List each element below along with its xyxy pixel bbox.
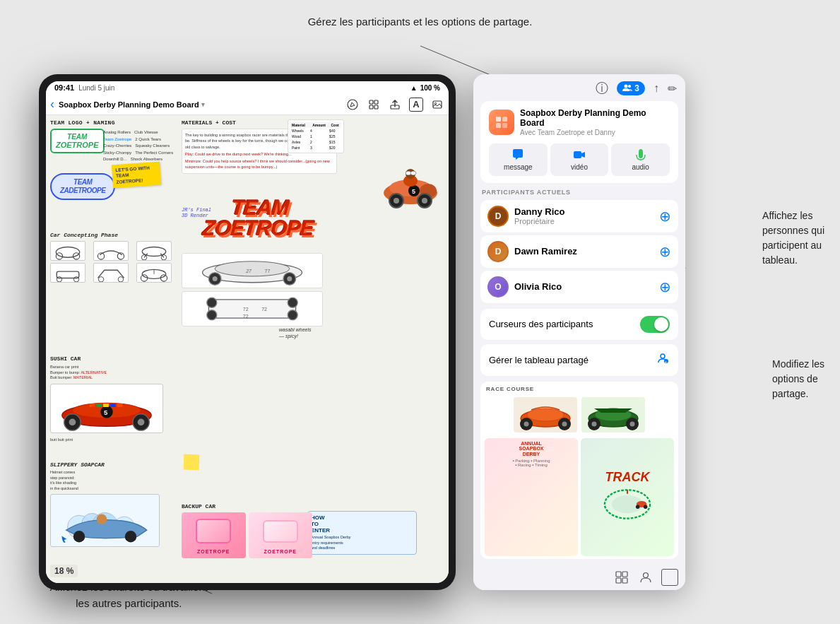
participants-section-label: PARTICIPANTS ACTUELS xyxy=(473,189,685,199)
danny-role: Propriétaire xyxy=(514,217,653,225)
dawn-avatar: D xyxy=(487,241,509,262)
yellow-sticky-canvas xyxy=(184,454,200,471)
team-names-list: Analog Rollers Club Vitesse Team Zoetrop… xyxy=(103,129,177,163)
grid-button[interactable] xyxy=(367,98,381,112)
app-toolbar: ‹ Soapbox Derby Planning Demo Board ▾ xyxy=(46,94,449,115)
dawn-name: Dawn Ramirez xyxy=(514,246,653,257)
panel-square-icon[interactable] xyxy=(661,569,678,586)
svg-rect-83 xyxy=(502,123,507,128)
svg-rect-7 xyxy=(369,105,373,109)
olivia-action-button[interactable]: ⊕ xyxy=(659,280,671,294)
message-button[interactable]: message xyxy=(489,143,548,176)
team-logo-title: TEAM LOGO + NAMING xyxy=(50,119,177,126)
chevron-left-icon: ‹ xyxy=(50,97,54,112)
svg-point-11 xyxy=(434,102,436,104)
svg-rect-84 xyxy=(574,151,581,158)
edit-button-panel[interactable]: ✏ xyxy=(668,82,677,95)
car-concepting-section: Car Concepting Phase xyxy=(50,232,177,283)
panel-top-bar: ⓘ 3 ↑ ✏ xyxy=(473,74,685,100)
annotation-top: Gérez les participants et les options de… xyxy=(308,14,533,30)
olivia-name: Olivia Rico xyxy=(514,281,653,292)
svg-text:5: 5 xyxy=(104,408,108,416)
svg-point-100 xyxy=(630,421,635,426)
olivia-info: Olivia Rico xyxy=(514,281,653,292)
svg-point-4 xyxy=(348,100,357,110)
pencil-button[interactable] xyxy=(345,98,360,112)
share-button-panel[interactable]: ↑ xyxy=(653,82,659,95)
image-button[interactable] xyxy=(430,98,444,112)
status-right-icons: ▲ 100 % xyxy=(410,84,440,92)
track-label: TRACK xyxy=(605,470,650,485)
svg-point-77 xyxy=(97,514,107,524)
svg-point-46 xyxy=(142,247,165,256)
svg-point-105 xyxy=(636,505,640,510)
audio-button[interactable]: audio xyxy=(611,143,670,176)
svg-point-41 xyxy=(56,247,79,257)
board-action-buttons: message vidéo audio xyxy=(489,143,670,176)
materials-cost-section: MATERIALS + COST The key to building a w… xyxy=(182,119,337,174)
svg-rect-80 xyxy=(496,117,501,122)
info-button[interactable]: ⓘ xyxy=(596,80,608,97)
back-button[interactable]: ‹ xyxy=(50,97,54,112)
svg-text:72: 72 xyxy=(243,314,249,319)
svg-point-29 xyxy=(213,276,218,281)
svg-rect-107 xyxy=(616,572,621,577)
panel-grid-icon[interactable] xyxy=(613,569,630,586)
manage-icon: + xyxy=(656,351,670,369)
team-zoetrope-blue: TEAM ZADETROOPE xyxy=(50,173,115,200)
dawn-action-button[interactable]: ⊕ xyxy=(659,245,671,259)
manage-label: Gérer le tableau partagé xyxy=(489,355,588,365)
share-button[interactable] xyxy=(388,98,402,112)
sushi-car-title: SUSHI CAR xyxy=(50,355,177,362)
participant-olivia: O Olivia Rico ⊕ xyxy=(480,271,678,303)
svg-point-79 xyxy=(628,85,631,88)
svg-point-52 xyxy=(98,277,103,282)
participant-dawn: D Dawn Ramirez ⊕ xyxy=(480,235,678,268)
team-zoetrope-green: TEAM ZOETROPE xyxy=(50,129,105,153)
people-count-button[interactable]: 3 xyxy=(617,81,645,95)
svg-text:+: + xyxy=(665,359,667,363)
svg-text:72: 72 xyxy=(261,307,267,312)
car-concepting-title: Car Concepting Phase xyxy=(50,232,177,238)
svg-rect-70 xyxy=(117,404,123,407)
backup-car-section: BACKUP CAR ZOETROPE ZOETROPE xyxy=(182,503,312,558)
board-title-toolbar: Soapbox Derby Planning Demo Board ▾ xyxy=(59,100,343,109)
manage-shared-row[interactable]: Gérer le tableau partagé + xyxy=(480,344,678,376)
jr-render-label: JR's Final3D Render xyxy=(182,207,211,218)
sticky-note: LET'S GO WITH TEAM ZOETROPE! xyxy=(112,162,161,189)
svg-point-36 xyxy=(207,310,217,320)
video-button[interactable]: vidéo xyxy=(550,143,609,176)
svg-point-111 xyxy=(644,573,649,578)
annotation-right-bottom: Modifiez lesoptions departage. xyxy=(772,357,824,401)
svg-point-24 xyxy=(410,171,416,175)
danny-action-button[interactable]: ⊕ xyxy=(659,209,671,223)
svg-rect-5 xyxy=(369,100,373,104)
svg-point-76 xyxy=(125,531,136,542)
slippery-section: SLIPPERY SOAPCAR Helmet comes step paran… xyxy=(50,461,177,550)
ipad-frame: 09:41 Lundi 5 juin ▲ 100 % ‹ Soapbox Der… xyxy=(39,74,456,590)
sharing-panel: ⓘ 3 ↑ ✏ xyxy=(473,74,685,590)
board-subtitle-panel: Avec Team Zoetrope et Danny xyxy=(520,129,670,136)
board-title-panel: Soapbox Derby Planning Demo Board xyxy=(520,108,670,129)
svg-rect-108 xyxy=(622,572,627,577)
sushi-car-section: SUSHI CAR Banana car print Bumper to bum… xyxy=(50,355,177,442)
svg-rect-109 xyxy=(616,578,621,583)
svg-rect-6 xyxy=(374,100,378,104)
board-text-info: Soapbox Derby Planning Demo Board Avec T… xyxy=(520,108,670,136)
canvas-area: TEAM LOGO + NAMING TEAM ZOETROPE Analog … xyxy=(46,115,449,583)
track-section: ANNUALSOAPBOXDERBY ▪ Parking ▪ Planning▪… xyxy=(480,435,678,559)
svg-point-62 xyxy=(69,419,76,426)
dropdown-icon: ▾ xyxy=(201,101,205,108)
wifi-icon: ▲ xyxy=(410,84,418,92)
panel-person-icon[interactable] xyxy=(637,569,654,586)
cursors-toggle[interactable] xyxy=(640,316,670,333)
svg-point-86 xyxy=(661,354,665,358)
panel-bottom-bar xyxy=(473,566,685,590)
svg-point-26 xyxy=(215,261,290,276)
svg-point-93 xyxy=(524,421,529,426)
svg-rect-67 xyxy=(96,404,102,407)
svg-point-17 xyxy=(394,198,399,204)
text-button[interactable]: A xyxy=(409,98,423,112)
svg-point-37 xyxy=(288,310,297,320)
svg-rect-68 xyxy=(103,404,109,407)
